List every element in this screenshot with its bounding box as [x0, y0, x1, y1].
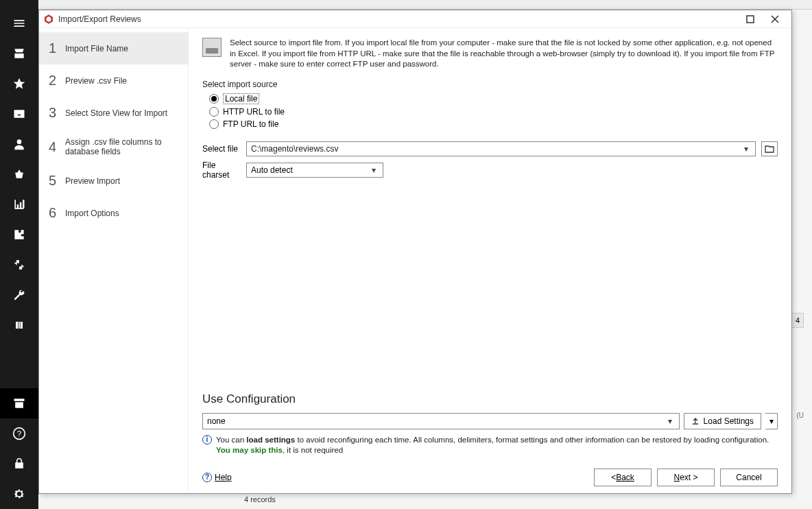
dialog-titlebar: Import/Export Reviews [39, 10, 791, 28]
step-label: Preview .csv File [65, 76, 127, 86]
radio-icon [209, 119, 219, 129]
dropdown-icon[interactable]: ▾ [665, 416, 675, 426]
load-settings-button[interactable]: Load Settings [684, 413, 761, 429]
step-6[interactable]: 6 Import Options [39, 197, 188, 229]
bg-text: (U [796, 412, 804, 419]
archive-icon[interactable] [0, 388, 38, 418]
folder-icon [765, 145, 774, 153]
tip-text: You can load settings to avoid reconfigu… [216, 435, 778, 456]
radio-http-url[interactable]: HTTP URL to file [209, 106, 778, 118]
layers-icon[interactable] [0, 310, 38, 340]
user-icon[interactable] [0, 129, 38, 159]
dropdown-icon: ▾ [769, 416, 774, 426]
back-button[interactable]: < Back [594, 469, 652, 486]
dropdown-icon[interactable]: ▾ [741, 144, 751, 154]
star-icon[interactable] [0, 69, 38, 99]
browse-button[interactable] [761, 141, 778, 156]
sync-icon[interactable] [0, 250, 38, 280]
dialog-title: Import/Export Reviews [58, 14, 738, 24]
basket-icon[interactable] [0, 159, 38, 189]
radio-label: HTTP URL to file [223, 107, 285, 117]
drive-icon [202, 38, 222, 57]
info-text: Select source to import file from. If yo… [230, 38, 778, 70]
count-badge: 4 [791, 313, 804, 328]
step-2[interactable]: 2 Preview .csv File [39, 64, 188, 97]
source-label: Select import source [202, 80, 778, 89]
step-label: Import Options [65, 209, 119, 218]
import-export-dialog: Import/Export Reviews 1 Import File Name… [38, 10, 792, 494]
cancel-button[interactable]: Cancel [720, 469, 778, 486]
svg-rect-2 [747, 16, 754, 23]
lock-icon[interactable] [0, 449, 38, 479]
menu-icon[interactable] [0, 8, 38, 38]
store-icon[interactable] [0, 38, 38, 69]
radio-label: Local file [223, 93, 259, 104]
wizard-main: Select source to import file from. If yo… [189, 28, 791, 493]
step-1[interactable]: 1 Import File Name [39, 32, 188, 64]
step-label: Preview Import [65, 176, 120, 186]
step-3[interactable]: 3 Select Store View for Import [39, 97, 188, 129]
svg-text:?: ? [17, 429, 22, 438]
chart-icon[interactable] [0, 189, 38, 220]
puzzle-icon[interactable] [0, 220, 38, 250]
step-label: Select Store View for Import [65, 108, 167, 118]
gear-icon[interactable] [0, 479, 38, 509]
load-settings-split[interactable]: ▾ [765, 413, 778, 429]
radio-ftp-url[interactable]: FTP URL to file [209, 118, 778, 130]
step-label: Assign .csv file columns to database fie… [65, 137, 168, 156]
select-file-label: Select file [202, 144, 241, 154]
select-file-input[interactable]: C:\magento\reviews.csv ▾ [246, 141, 756, 156]
info-icon: i [202, 435, 212, 445]
close-button[interactable] [763, 11, 787, 27]
import-source-group: Local file HTTP URL to file FTP URL to f… [209, 92, 778, 130]
radio-label: FTP URL to file [223, 119, 278, 129]
next-button[interactable]: Next > [657, 469, 715, 486]
maximize-button[interactable] [738, 11, 763, 27]
step-label: Import File Name [65, 44, 128, 54]
status-records: 4 records [52, 495, 276, 509]
help-link[interactable]: ? Help [202, 473, 232, 482]
charset-label: File charset [202, 161, 241, 180]
left-nav-rail: ? [0, 0, 38, 509]
step-4[interactable]: 4 Assign .csv file columns to database f… [39, 129, 188, 165]
step-5[interactable]: 5 Preview Import [39, 165, 188, 197]
help-icon: ? [202, 473, 212, 482]
radio-local-file[interactable]: Local file [209, 92, 778, 106]
wizard-steps: 1 Import File Name 2 Preview .csv File 3… [39, 28, 189, 493]
radio-icon [209, 94, 219, 104]
upload-icon [691, 417, 700, 425]
wrench-icon[interactable] [0, 280, 38, 310]
radio-icon [209, 107, 219, 117]
configuration-select[interactable]: none ▾ [202, 413, 680, 429]
dropdown-icon[interactable]: ▾ [369, 165, 379, 175]
app-icon [43, 14, 54, 25]
help-icon[interactable]: ? [0, 418, 38, 449]
charset-select[interactable]: Auto detect ▾ [246, 163, 383, 178]
inbox-icon[interactable] [0, 99, 38, 129]
use-configuration-heading: Use Configuration [202, 392, 778, 406]
